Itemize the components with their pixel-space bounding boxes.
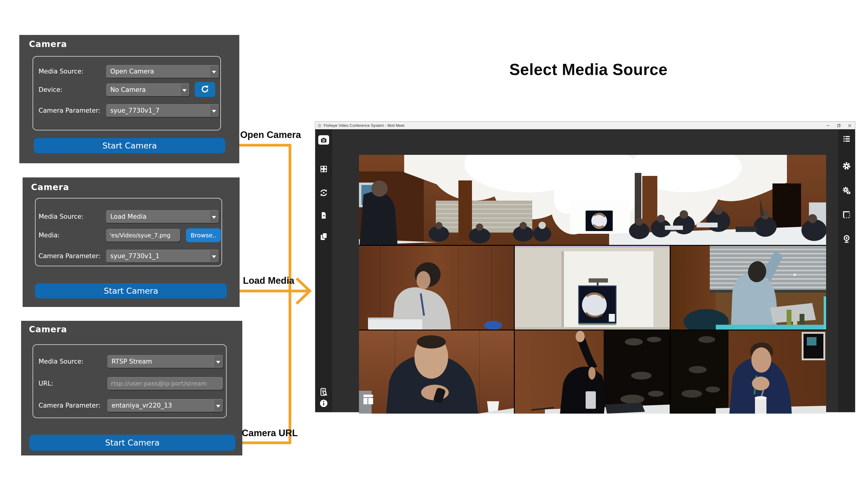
refresh-devices-button[interactable] [195,82,215,97]
settings-gear-icon[interactable] [842,162,851,170]
document-search-icon[interactable] [319,388,328,396]
camera-parameter-value: syue_7730v1_1 [110,253,159,260]
chevron-down-icon [212,255,216,258]
camera-parameter-label: Camera Parameter: [38,107,100,114]
video-tile-blue-shirt[interactable] [671,246,826,330]
video-tile-navy-hands-clasped[interactable] [671,330,826,414]
chevron-down-icon [182,89,187,92]
window-content [315,129,855,412]
selection-frame-icon[interactable] [842,210,851,219]
chevron-down-icon [216,361,220,364]
camera-panel-open-camera: Camera Media Source: Open Camera Device:… [19,35,239,163]
device-select[interactable]: No Camera [106,84,189,96]
chevron-down-icon [212,216,216,219]
restore-icon [837,124,841,127]
camera-parameter-label: Camera Parameter: [38,253,100,260]
left-toolbar [315,129,332,412]
media-source-select[interactable]: Load Media [106,210,219,223]
rtsp-url-input[interactable] [107,377,223,390]
close-icon [848,124,851,127]
media-path-input[interactable] [106,229,180,241]
chevron-down-icon [216,405,220,408]
camera-parameter-select[interactable]: entaniya_vr220_13 [107,399,223,412]
video-tile-panorama[interactable] [359,155,826,245]
restore-button[interactable] [833,122,844,129]
gear-video-icon[interactable] [842,187,851,195]
start-camera-button[interactable]: Start Camera [35,283,227,298]
dropdown-button[interactable] [214,356,222,367]
grid-view-icon[interactable] [319,165,328,173]
chevron-down-icon [212,71,216,73]
app-logo-icon [317,124,321,128]
dropdown-button[interactable] [214,400,222,411]
annotation-load-media: Load Media [243,275,294,286]
dropdown-button[interactable] [210,211,218,222]
dropdown-button[interactable] [210,66,218,77]
media-source-value: Open Camera [110,68,154,75]
video-tile-dark-suit[interactable] [359,330,514,414]
camera-icon[interactable] [318,135,329,144]
panel-title: Camera [29,39,67,49]
dropdown-button[interactable] [180,84,189,96]
url-label: URL: [38,380,53,387]
sync-rotate-icon[interactable] [319,188,328,197]
minimize-icon [826,124,830,127]
panel-title: Camera [31,182,69,192]
camera-parameter-select[interactable]: syue_7730v1_7 [106,104,219,117]
arrow-head-icon [297,278,310,304]
browse-button[interactable]: Browse.. [186,228,221,242]
webcam-icon[interactable] [842,235,851,243]
camera-parameter-value: syue_7730v1_7 [110,107,159,114]
list-menu-icon[interactable] [842,135,851,143]
annotation-open-camera: Open Camera [240,130,301,140]
video-wall [359,155,826,414]
layout-icon[interactable] [363,394,374,405]
device-value: No Camera [110,86,146,93]
window-title: Fisheye Video Conference System - Moil M… [324,123,404,128]
media-source-select[interactable]: Open Camera [106,65,219,78]
camera-panel-load-media: Camera Media Source: Load Media Media: B… [23,177,240,307]
panel-title: Camera [29,324,67,334]
media-source-value: Load Media [110,213,147,220]
copy-pages-icon[interactable] [319,232,328,241]
media-source-label: Media Source: [38,213,84,220]
device-label: Device: [38,86,62,93]
refresh-icon [200,85,210,94]
start-camera-button[interactable]: Start Camera [34,138,225,153]
close-button[interactable] [844,122,855,129]
video-tile-gray-cardigan[interactable] [359,246,514,330]
camera-panel-rtsp: Camera Media Source: RTSP Stream URL: Ca… [21,321,242,455]
app-window: Fisheye Video Conference System - Moil M… [315,121,855,412]
chevron-down-icon [212,110,216,113]
media-source-value: RTSP Stream [112,358,152,365]
right-toolbar [838,129,855,412]
page-heading: Select Media Source [509,60,668,78]
annotation-camera-url: Camera URL [242,428,298,438]
media-file-icon[interactable] [320,211,328,220]
media-source-label: Media Source: [38,358,84,365]
video-tile-raising-hand[interactable] [515,330,670,414]
info-icon[interactable] [319,399,328,408]
dropdown-button[interactable] [210,105,218,116]
media-label: Media: [38,232,60,239]
minimize-button[interactable] [823,122,833,129]
media-source-select[interactable]: RTSP Stream [107,355,223,368]
start-camera-button[interactable]: Start Camera [29,435,236,451]
camera-parameter-value: entaniya_vr220_13 [112,402,172,409]
dropdown-button[interactable] [210,250,218,262]
video-tile-projection-screen[interactable] [515,246,670,330]
camera-parameter-label: Camera Parameter: [38,402,100,409]
camera-parameter-select[interactable]: syue_7730v1_1 [106,250,219,262]
media-source-label: Media Source: [38,68,84,75]
window-titlebar[interactable]: Fisheye Video Conference System - Moil M… [315,122,855,129]
